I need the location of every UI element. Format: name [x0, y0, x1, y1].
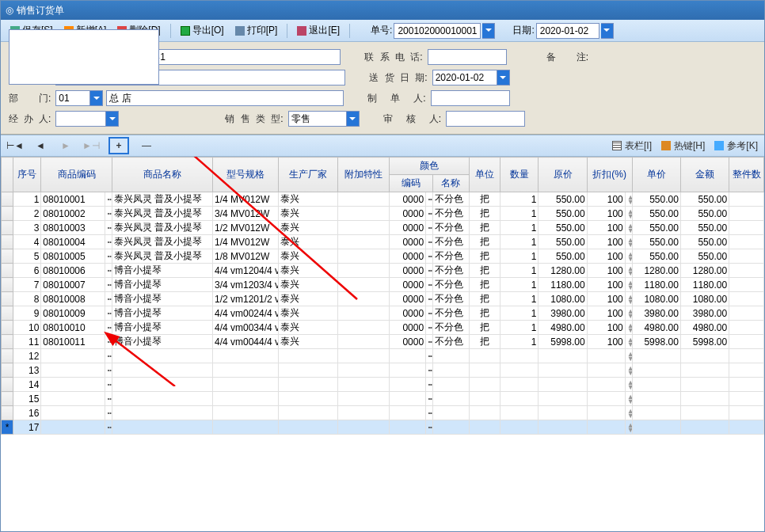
- cell-spec[interactable]: [212, 349, 278, 363]
- discount-spinner[interactable]: ▲▼: [625, 192, 632, 207]
- row-selector[interactable]: [2, 378, 13, 392]
- cell-amount[interactable]: 550.00: [680, 235, 729, 249]
- cell-whole[interactable]: [729, 378, 764, 392]
- discount-spinner[interactable]: ▲▼: [625, 264, 632, 278]
- cell-amount[interactable]: [680, 349, 729, 363]
- cell-maker[interactable]: [279, 420, 337, 435]
- cell-whole[interactable]: [729, 321, 764, 335]
- dept-code-input[interactable]: [55, 90, 90, 106]
- cell-color-code[interactable]: 0000: [390, 235, 426, 249]
- cell-attr[interactable]: [337, 235, 390, 249]
- cell-amount[interactable]: [680, 406, 729, 420]
- operator-dropdown[interactable]: [106, 111, 119, 127]
- cell-name[interactable]: 泰兴凤灵 普及小提琴: [112, 235, 213, 249]
- color-picker[interactable]: ···: [426, 420, 433, 435]
- cell-unit[interactable]: 把: [469, 221, 500, 235]
- cell-whole[interactable]: [729, 249, 764, 264]
- table-row[interactable]: 408010004···泰兴凤灵 普及小提琴1/4 MV012W泰兴0000··…: [2, 235, 764, 249]
- color-picker[interactable]: ···: [426, 335, 433, 349]
- cell-qty[interactable]: [500, 349, 539, 363]
- cell-whole[interactable]: [729, 207, 764, 221]
- cell-color-name[interactable]: 不分色: [432, 321, 469, 335]
- row-selector[interactable]: [2, 292, 13, 306]
- cell-attr[interactable]: [337, 207, 390, 221]
- cell-name[interactable]: 泰兴凤灵 普及小提琴: [112, 249, 213, 264]
- row-selector[interactable]: *: [2, 420, 13, 435]
- cell-whole[interactable]: [729, 278, 764, 292]
- cell-attr[interactable]: [337, 363, 390, 378]
- table-row[interactable]: 13······▲▼: [2, 363, 764, 378]
- cell-maker[interactable]: [279, 406, 337, 420]
- cell-maker[interactable]: 泰兴: [279, 264, 337, 278]
- cell-name[interactable]: 博音小提琴: [112, 306, 213, 321]
- cell-amount[interactable]: 550.00: [680, 207, 729, 221]
- code-picker[interactable]: ···: [105, 392, 112, 406]
- row-selector[interactable]: [2, 306, 13, 321]
- cell-color-name[interactable]: 不分色: [432, 335, 469, 349]
- cell-attr[interactable]: [337, 406, 390, 420]
- cell-unitprice[interactable]: 4980.00: [632, 321, 680, 335]
- code-picker[interactable]: ···: [105, 292, 112, 306]
- cell-spec[interactable]: 1/2 vm1201/2 vm120: [212, 292, 278, 306]
- cell-attr[interactable]: [337, 221, 390, 235]
- code-picker[interactable]: ···: [105, 321, 112, 335]
- code-picker[interactable]: ···: [105, 306, 112, 321]
- cell-code[interactable]: [41, 363, 105, 378]
- cell-attr[interactable]: [337, 292, 390, 306]
- cell-unitprice[interactable]: 550.00: [632, 221, 680, 235]
- color-picker[interactable]: ···: [426, 235, 433, 249]
- discount-spinner[interactable]: ▲▼: [625, 292, 632, 306]
- cell-unit[interactable]: [469, 392, 500, 406]
- cell-color-code[interactable]: 0000: [390, 207, 426, 221]
- cell-color-code[interactable]: [390, 392, 426, 406]
- cell-unit[interactable]: [469, 378, 500, 392]
- orderno-dropdown[interactable]: [482, 23, 495, 39]
- discount-spinner[interactable]: ▲▼: [625, 235, 632, 249]
- cell-discount[interactable]: 100: [587, 235, 625, 249]
- header-qty[interactable]: 数量: [500, 158, 539, 192]
- cell-amount[interactable]: [680, 363, 729, 378]
- cell-price[interactable]: [539, 406, 587, 420]
- last-button[interactable]: ►⊣: [83, 138, 99, 154]
- cell-color-name[interactable]: 不分色: [432, 306, 469, 321]
- color-picker[interactable]: ···: [426, 321, 433, 335]
- add-row-button[interactable]: +: [108, 137, 129, 154]
- header-code[interactable]: 商品编码: [41, 158, 112, 192]
- cell-attr[interactable]: [337, 278, 390, 292]
- discount-spinner[interactable]: ▲▼: [625, 406, 632, 420]
- cell-color-name[interactable]: [432, 349, 469, 363]
- cell-whole[interactable]: [729, 392, 764, 406]
- color-picker[interactable]: ···: [426, 406, 433, 420]
- cell-amount[interactable]: 550.00: [680, 192, 729, 207]
- table-row[interactable]: 1008010010···博音小提琴4/4 vm0034/4 vm003泰兴00…: [2, 321, 764, 335]
- code-picker[interactable]: ···: [105, 349, 112, 363]
- cell-discount[interactable]: [587, 392, 625, 406]
- cell-spec[interactable]: 4/4 vm0034/4 vm003: [212, 321, 278, 335]
- header-discount[interactable]: 折扣(%): [587, 158, 632, 192]
- cell-color-code[interactable]: 0000: [390, 221, 426, 235]
- header-unitprice[interactable]: 单价: [632, 158, 680, 192]
- cell-qty[interactable]: 1: [500, 207, 539, 221]
- cell-color-name[interactable]: 不分色: [432, 221, 469, 235]
- ship-date-input[interactable]: [432, 70, 497, 86]
- cell-discount[interactable]: 100: [587, 264, 625, 278]
- cell-unitprice[interactable]: 1180.00: [632, 278, 680, 292]
- cell-code[interactable]: [41, 378, 105, 392]
- dept-code-dropdown[interactable]: [90, 90, 103, 106]
- cell-spec[interactable]: 1/2 MV012W: [212, 221, 278, 235]
- table-row[interactable]: 15······▲▼: [2, 392, 764, 406]
- cell-name[interactable]: 博音小提琴: [112, 321, 213, 335]
- cell-discount[interactable]: 100: [587, 278, 625, 292]
- cell-maker[interactable]: [279, 363, 337, 378]
- row-selector[interactable]: [2, 349, 13, 363]
- cell-maker[interactable]: 泰兴: [279, 292, 337, 306]
- cell-attr[interactable]: [337, 392, 390, 406]
- cell-price[interactable]: 550.00: [539, 192, 587, 207]
- cell-price[interactable]: 550.00: [539, 249, 587, 264]
- table-row[interactable]: 16······▲▼: [2, 406, 764, 420]
- cell-discount[interactable]: [587, 349, 625, 363]
- cell-attr[interactable]: [337, 264, 390, 278]
- cell-discount[interactable]: 100: [587, 335, 625, 349]
- cell-code[interactable]: 08010011: [41, 335, 105, 349]
- cell-amount[interactable]: [680, 378, 729, 392]
